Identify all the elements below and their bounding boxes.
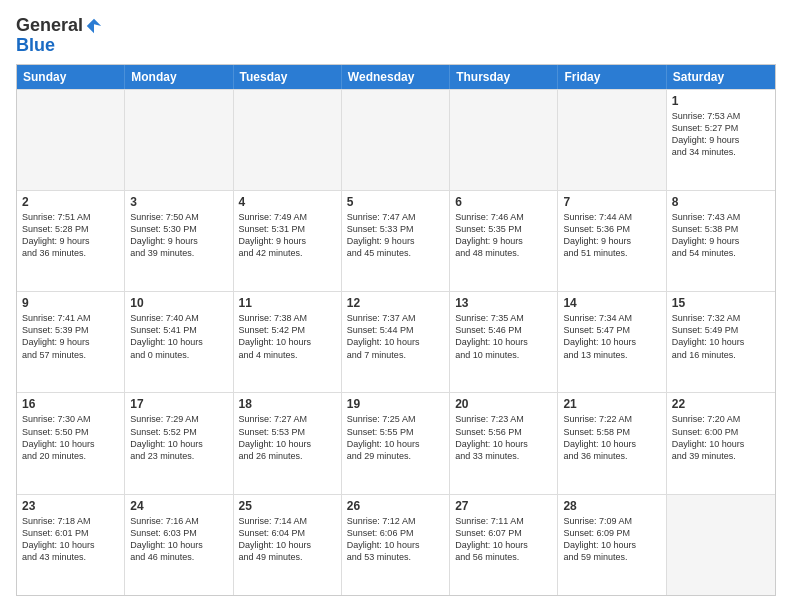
day-number: 6	[455, 195, 552, 209]
cell-line: Sunrise: 7:47 AM	[347, 211, 444, 223]
cell-line: Sunrise: 7:35 AM	[455, 312, 552, 324]
cell-line: Sunrise: 7:43 AM	[672, 211, 770, 223]
cal-header-day: Thursday	[450, 65, 558, 89]
cell-line: Sunset: 5:35 PM	[455, 223, 552, 235]
cal-header-day: Tuesday	[234, 65, 342, 89]
cell-line: Sunset: 5:52 PM	[130, 426, 227, 438]
cell-info: Sunrise: 7:44 AMSunset: 5:36 PMDaylight:…	[563, 211, 660, 260]
calendar-cell	[125, 90, 233, 190]
day-number: 15	[672, 296, 770, 310]
calendar-cell: 4Sunrise: 7:49 AMSunset: 5:31 PMDaylight…	[234, 191, 342, 291]
calendar-cell	[17, 90, 125, 190]
cell-line: and 29 minutes.	[347, 450, 444, 462]
calendar-cell: 22Sunrise: 7:20 AMSunset: 6:00 PMDayligh…	[667, 393, 775, 493]
cell-line: Daylight: 10 hours	[563, 438, 660, 450]
cell-line: Sunset: 5:39 PM	[22, 324, 119, 336]
day-number: 19	[347, 397, 444, 411]
cell-line: Sunset: 6:03 PM	[130, 527, 227, 539]
calendar-cell	[342, 90, 450, 190]
cell-info: Sunrise: 7:14 AMSunset: 6:04 PMDaylight:…	[239, 515, 336, 564]
cell-line: Sunrise: 7:25 AM	[347, 413, 444, 425]
cell-line: Daylight: 10 hours	[130, 539, 227, 551]
cell-line: and 48 minutes.	[455, 247, 552, 259]
calendar-cell: 16Sunrise: 7:30 AMSunset: 5:50 PMDayligh…	[17, 393, 125, 493]
cell-line: Sunrise: 7:44 AM	[563, 211, 660, 223]
calendar-cell: 19Sunrise: 7:25 AMSunset: 5:55 PMDayligh…	[342, 393, 450, 493]
cell-line: and 57 minutes.	[22, 349, 119, 361]
cell-info: Sunrise: 7:09 AMSunset: 6:09 PMDaylight:…	[563, 515, 660, 564]
cell-line: Sunset: 5:41 PM	[130, 324, 227, 336]
cell-line: Daylight: 10 hours	[239, 438, 336, 450]
calendar-cell: 2Sunrise: 7:51 AMSunset: 5:28 PMDaylight…	[17, 191, 125, 291]
cell-line: Daylight: 9 hours	[672, 235, 770, 247]
cell-line: Daylight: 9 hours	[563, 235, 660, 247]
calendar-cell	[234, 90, 342, 190]
cell-line: Sunrise: 7:51 AM	[22, 211, 119, 223]
cell-line: Daylight: 10 hours	[239, 539, 336, 551]
logo-text-blue: Blue	[16, 36, 55, 56]
cell-line: Daylight: 10 hours	[130, 336, 227, 348]
calendar-cell: 1Sunrise: 7:53 AMSunset: 5:27 PMDaylight…	[667, 90, 775, 190]
cell-line: Daylight: 9 hours	[130, 235, 227, 247]
day-number: 2	[22, 195, 119, 209]
cell-info: Sunrise: 7:27 AMSunset: 5:53 PMDaylight:…	[239, 413, 336, 462]
day-number: 26	[347, 499, 444, 513]
cal-header-day: Sunday	[17, 65, 125, 89]
cal-header-day: Friday	[558, 65, 666, 89]
calendar-cell: 5Sunrise: 7:47 AMSunset: 5:33 PMDaylight…	[342, 191, 450, 291]
cell-info: Sunrise: 7:22 AMSunset: 5:58 PMDaylight:…	[563, 413, 660, 462]
cell-line: Daylight: 9 hours	[239, 235, 336, 247]
calendar-cell: 27Sunrise: 7:11 AMSunset: 6:07 PMDayligh…	[450, 495, 558, 595]
cell-line: Sunrise: 7:11 AM	[455, 515, 552, 527]
cell-line: and 36 minutes.	[563, 450, 660, 462]
logo: General Blue	[16, 16, 103, 56]
day-number: 18	[239, 397, 336, 411]
cell-line: Sunrise: 7:14 AM	[239, 515, 336, 527]
cell-line: Sunset: 5:46 PM	[455, 324, 552, 336]
cell-line: and 4 minutes.	[239, 349, 336, 361]
cell-info: Sunrise: 7:30 AMSunset: 5:50 PMDaylight:…	[22, 413, 119, 462]
cell-line: Sunrise: 7:27 AM	[239, 413, 336, 425]
cell-line: Sunrise: 7:12 AM	[347, 515, 444, 527]
cell-line: Daylight: 10 hours	[347, 438, 444, 450]
page: General Blue SundayMondayTuesdayWednesda…	[0, 0, 792, 612]
cell-line: Sunrise: 7:09 AM	[563, 515, 660, 527]
cell-line: Sunset: 6:07 PM	[455, 527, 552, 539]
page-header: General Blue	[16, 16, 776, 56]
cal-header-day: Saturday	[667, 65, 775, 89]
calendar-cell: 21Sunrise: 7:22 AMSunset: 5:58 PMDayligh…	[558, 393, 666, 493]
cell-line: Daylight: 10 hours	[455, 438, 552, 450]
cell-line: Sunset: 5:53 PM	[239, 426, 336, 438]
cell-line: Daylight: 10 hours	[22, 539, 119, 551]
day-number: 5	[347, 195, 444, 209]
cell-line: and 16 minutes.	[672, 349, 770, 361]
cell-info: Sunrise: 7:16 AMSunset: 6:03 PMDaylight:…	[130, 515, 227, 564]
calendar-cell: 28Sunrise: 7:09 AMSunset: 6:09 PMDayligh…	[558, 495, 666, 595]
day-number: 24	[130, 499, 227, 513]
cell-line: Daylight: 9 hours	[672, 134, 770, 146]
cell-line: Sunrise: 7:41 AM	[22, 312, 119, 324]
calendar-header: SundayMondayTuesdayWednesdayThursdayFrid…	[17, 65, 775, 89]
cal-header-day: Monday	[125, 65, 233, 89]
cell-line: Sunset: 5:27 PM	[672, 122, 770, 134]
cell-line: Sunrise: 7:46 AM	[455, 211, 552, 223]
calendar-cell: 12Sunrise: 7:37 AMSunset: 5:44 PMDayligh…	[342, 292, 450, 392]
cell-info: Sunrise: 7:47 AMSunset: 5:33 PMDaylight:…	[347, 211, 444, 260]
calendar-row: 16Sunrise: 7:30 AMSunset: 5:50 PMDayligh…	[17, 392, 775, 493]
cell-line: Sunrise: 7:30 AM	[22, 413, 119, 425]
cell-line: Daylight: 10 hours	[347, 336, 444, 348]
cell-line: and 33 minutes.	[455, 450, 552, 462]
calendar-cell	[450, 90, 558, 190]
calendar-cell: 15Sunrise: 7:32 AMSunset: 5:49 PMDayligh…	[667, 292, 775, 392]
cell-line: Sunset: 5:47 PM	[563, 324, 660, 336]
cell-info: Sunrise: 7:32 AMSunset: 5:49 PMDaylight:…	[672, 312, 770, 361]
cell-line: and 45 minutes.	[347, 247, 444, 259]
calendar-cell: 17Sunrise: 7:29 AMSunset: 5:52 PMDayligh…	[125, 393, 233, 493]
day-number: 11	[239, 296, 336, 310]
cell-line: and 7 minutes.	[347, 349, 444, 361]
cell-line: Daylight: 9 hours	[22, 235, 119, 247]
cell-line: and 39 minutes.	[130, 247, 227, 259]
cell-line: Sunrise: 7:49 AM	[239, 211, 336, 223]
cell-info: Sunrise: 7:37 AMSunset: 5:44 PMDaylight:…	[347, 312, 444, 361]
cell-line: Daylight: 10 hours	[347, 539, 444, 551]
